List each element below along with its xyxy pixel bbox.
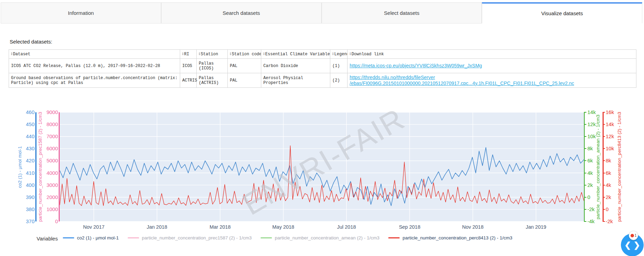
ecv-cell: Carbon Dioxide (261, 59, 330, 73)
x-tick-label: Nov 2017 (83, 224, 105, 230)
table-row: ICOS ATC CO2 Release, Pallas (12.0 m), 2… (9, 59, 636, 73)
tick-mark (584, 221, 586, 222)
column-header-download-link[interactable]: ▲▼Download link (348, 50, 636, 59)
download-link[interactable]: /ebas/FI0096G.20150101000000.20210512070… (350, 80, 634, 86)
y-axis-ticks-co2: 460450440430420410400390380370 (0, 112, 35, 221)
y-axis-ticks-prec1587: 9000800070006000500040003000200010000 (38, 112, 58, 221)
tick-label: 0 (55, 218, 58, 225)
legend-item[interactable]: particle_number_concentration_amean (2) … (261, 235, 379, 240)
ri-cell: ACTRIS (180, 73, 197, 88)
download-link[interactable]: https://thredds.nilu.no/thredds/fileServ… (350, 75, 634, 80)
legend-item-label: particle_number_concentration_perc8413 (… (402, 235, 512, 240)
chart-legend: co2 (1) - µmol mol-1particle_number_conc… (63, 235, 513, 240)
tick-label: 12k (606, 133, 614, 140)
tick-label: 380 (26, 206, 35, 212)
tick-label: 6000 (47, 145, 58, 152)
x-tick-label: Sep 2018 (399, 224, 420, 230)
tick-mark (603, 136, 605, 137)
table-row: Ground based observations of particle.nu… (9, 73, 636, 88)
tab-select-datasets[interactable]: Select datasets (322, 2, 482, 23)
tick-mark (603, 148, 605, 149)
tick-label: 9000 (47, 109, 58, 115)
tick-mark (603, 124, 605, 125)
legend-swatch-line (388, 237, 400, 239)
tab-bar: Information Search datasets Select datas… (1, 2, 642, 23)
tick-mark (584, 197, 586, 198)
legend-cell: (2) (330, 73, 348, 88)
tick-mark (603, 173, 605, 173)
legend-item[interactable]: particle_number_concentration_prec1587 (… (128, 235, 252, 240)
tick-label: 390 (26, 194, 35, 200)
x-tick-label: May 2018 (272, 224, 294, 230)
tab-information[interactable]: Information (1, 2, 161, 23)
tick-label: 14k (606, 121, 614, 127)
sort-icon: ▲▼ (332, 52, 334, 56)
tick-label: 2000 (47, 194, 58, 200)
tick-label: 0 (606, 206, 608, 212)
tick-label: 4k (587, 170, 593, 176)
tick-label: 3000 (47, 182, 58, 188)
legend-item-label: co2 (1) - µmol mol-1 (77, 235, 119, 240)
ri-cell: ICOS (180, 59, 197, 73)
sort-icon: ▲▼ (230, 52, 231, 56)
tick-mark (603, 209, 605, 210)
sort-icon: ▲▼ (263, 52, 265, 56)
download-link-cell: https://meta.icos-cp.eu/objects/YV8lCiSk… (348, 59, 636, 73)
dataset-cell: ICOS ATC CO2 Release, Pallas (12.0 m), 2… (9, 59, 180, 73)
tick-mark (584, 173, 586, 173)
legend-swatch-line (261, 237, 272, 239)
y-axis-title-perc8413: particle_number_concentration_perc8413 (… (616, 112, 623, 221)
notification-badge: 1 (629, 231, 638, 240)
tick-label: 430 (26, 145, 35, 152)
station-code-cell: PAL (228, 73, 261, 88)
chevron-left-icon[interactable]: ❮ (624, 240, 631, 250)
tick-label: 370 (26, 218, 35, 225)
tick-mark (603, 185, 605, 186)
tick-label: 460 (26, 109, 35, 115)
tick-label: -4k (587, 218, 595, 225)
x-tick-label: Jan 2018 (147, 224, 167, 230)
column-header-legend[interactable]: ▲▼Legend (330, 50, 348, 59)
tab-search-datasets[interactable]: Search datasets (161, 2, 322, 23)
tick-label: 1000 (47, 206, 58, 212)
sort-icon: ▲▼ (182, 52, 184, 56)
tick-label: 8k (587, 145, 593, 152)
tick-mark (584, 136, 586, 137)
ecv-cell: Aerosol Physical Properties (261, 73, 330, 88)
series-perc8413 (60, 146, 584, 206)
tick-mark (584, 124, 586, 125)
tick-mark (603, 221, 605, 222)
tick-mark (584, 185, 586, 186)
plot-area[interactable] (60, 112, 584, 221)
chevron-right-icon[interactable]: ❯ (634, 240, 640, 250)
tick-mark (584, 112, 586, 113)
x-tick-label: Mar 2018 (209, 224, 231, 230)
selected-datasets-label: Selected datasets: (10, 39, 52, 45)
column-header-station[interactable]: ▲▼Station (197, 50, 228, 59)
download-link[interactable]: https://meta.icos-cp.eu/objects/YV8lCiSk… (350, 63, 634, 69)
tick-label: 8000 (47, 121, 58, 127)
legend-item-label: particle_number_concentration_amean (2) … (275, 235, 379, 240)
column-header-ri[interactable]: ▲▼RI (180, 50, 197, 59)
tab-visualize-datasets[interactable]: Visualize datasets (482, 2, 642, 23)
column-header-station-code[interactable]: ▲▼Station code (228, 50, 261, 59)
legend-item[interactable]: particle_number_concentration_perc8413 (… (388, 235, 512, 240)
tick-label: 7000 (47, 133, 58, 140)
tick-label: 16k (606, 109, 614, 115)
y-axis-ticks-perc8413: 16k14k12k10k8k6k4k2k0-2k (603, 112, 617, 221)
column-header-ecv[interactable]: ▲▼Essential Climate Variables (261, 50, 330, 59)
tick-label: 8k (606, 158, 611, 164)
station-cell: Pallas (ACTRIS) (197, 73, 228, 88)
download-link-cell: https://thredds.nilu.no/thredds/fileServ… (348, 73, 636, 88)
column-header-dataset[interactable]: ▲▼Dataset (9, 50, 180, 59)
tick-label: 4k (606, 182, 611, 188)
sort-icon: ▲▼ (199, 52, 200, 56)
tick-label: 5000 (47, 158, 58, 164)
tick-label: 420 (26, 158, 35, 164)
chart-svg (60, 112, 584, 221)
tick-mark (603, 197, 605, 198)
dataset-cell: Ground based observations of particle.nu… (9, 73, 180, 88)
tick-label: 2k (606, 194, 611, 200)
tick-label: 440 (26, 133, 35, 140)
legend-item[interactable]: co2 (1) - µmol mol-1 (63, 235, 119, 240)
